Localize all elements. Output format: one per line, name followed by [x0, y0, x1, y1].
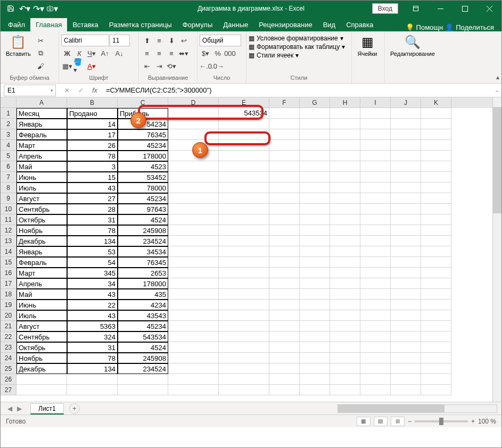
cell[interactable]	[421, 310, 451, 321]
cell[interactable]	[300, 257, 330, 268]
font-size-input[interactable]	[110, 35, 130, 46]
cell[interactable]	[330, 119, 360, 129]
cell[interactable]	[219, 385, 269, 395]
cell[interactable]	[391, 225, 421, 236]
cell[interactable]: 2653	[118, 268, 168, 278]
decrease-decimal-icon[interactable]: .0→	[212, 60, 224, 72]
cell[interactable]	[391, 172, 421, 182]
cell[interactable]: 543534	[219, 108, 269, 119]
merge-icon[interactable]: ⬌▾	[178, 47, 190, 59]
cell[interactable]: Июль	[17, 182, 67, 193]
cell[interactable]: 43	[67, 289, 118, 300]
cell[interactable]: Август	[17, 193, 67, 204]
formula-input[interactable]	[103, 85, 492, 96]
cut-icon[interactable]: ✂	[35, 35, 47, 46]
cell[interactable]	[269, 331, 300, 342]
cell[interactable]	[330, 257, 360, 268]
cell[interactable]	[168, 236, 219, 246]
cell[interactable]	[300, 204, 330, 214]
row-header[interactable]: 12	[1, 225, 17, 236]
cell[interactable]	[330, 236, 360, 246]
indent-increase-icon[interactable]: ⇥	[153, 60, 165, 72]
orientation-icon[interactable]: ⟲▾	[166, 60, 177, 72]
cell[interactable]	[168, 225, 219, 236]
cell[interactable]	[391, 268, 421, 278]
cell[interactable]	[269, 321, 300, 331]
format-painter-icon[interactable]: 🖌	[35, 60, 47, 72]
row-header[interactable]: 10	[1, 204, 17, 214]
cell[interactable]	[168, 331, 219, 342]
align-center-icon[interactable]: ≡	[153, 47, 165, 59]
maximize-icon[interactable]	[452, 1, 477, 16]
cell[interactable]	[219, 268, 269, 278]
cell[interactable]	[330, 246, 360, 257]
cell[interactable]	[219, 151, 269, 161]
cell[interactable]	[269, 161, 300, 172]
editing-button[interactable]: 🔍Редактирование	[387, 32, 438, 58]
cell[interactable]	[391, 161, 421, 172]
cell[interactable]: Сентябрь	[17, 204, 67, 214]
cell[interactable]	[168, 300, 219, 310]
tab-review[interactable]: Рецензирование	[253, 18, 317, 31]
cell[interactable]	[391, 129, 421, 140]
copy-icon[interactable]: ⧉	[35, 47, 47, 59]
cell[interactable]: 26	[67, 140, 118, 151]
cell[interactable]	[168, 353, 219, 363]
cell[interactable]: Апрель	[17, 151, 67, 161]
cell[interactable]	[330, 353, 360, 363]
cell[interactable]: 78000	[118, 182, 168, 193]
cell[interactable]	[219, 321, 269, 331]
fx-icon[interactable]: fx	[89, 85, 101, 96]
cell[interactable]	[300, 119, 330, 129]
cell[interactable]	[67, 385, 118, 395]
cell[interactable]	[300, 310, 330, 321]
column-header[interactable]: H	[330, 97, 360, 108]
cell[interactable]	[391, 246, 421, 257]
wrap-text-icon[interactable]: ↩	[178, 35, 190, 46]
cell[interactable]	[421, 321, 451, 331]
cell[interactable]: 234524	[118, 363, 168, 374]
italic-icon[interactable]: К	[73, 47, 85, 59]
align-middle-icon[interactable]: ≡	[153, 35, 165, 46]
cell[interactable]	[360, 119, 391, 129]
cell[interactable]	[421, 289, 451, 300]
cell[interactable]	[269, 193, 300, 204]
tab-insert[interactable]: Вставка	[67, 18, 103, 31]
cell[interactable]	[330, 193, 360, 204]
cell[interactable]	[421, 182, 451, 193]
row-header[interactable]: 11	[1, 214, 17, 225]
cell[interactable]	[360, 225, 391, 236]
cell[interactable]: Май	[17, 161, 67, 172]
decrease-font-icon[interactable]: A↓	[112, 47, 126, 59]
zoom-in-icon[interactable]: +	[471, 418, 475, 425]
cell[interactable]	[300, 225, 330, 236]
cell[interactable]: Январь	[17, 119, 67, 129]
cell[interactable]: 78	[67, 151, 118, 161]
cell[interactable]: 45234	[118, 140, 168, 151]
row-header[interactable]: 19	[1, 300, 17, 310]
row-header[interactable]: 25	[1, 363, 17, 374]
align-top-icon[interactable]: ⬆	[141, 35, 153, 46]
cell[interactable]	[421, 374, 451, 385]
cell[interactable]: 31	[67, 214, 118, 225]
cell[interactable]	[421, 161, 451, 172]
cell[interactable]: 17	[67, 129, 118, 140]
cell[interactable]: 4524	[118, 342, 168, 353]
cell[interactable]	[391, 257, 421, 268]
cell[interactable]	[360, 257, 391, 268]
cell[interactable]	[269, 268, 300, 278]
cell[interactable]	[269, 151, 300, 161]
cell[interactable]	[421, 140, 451, 151]
cell[interactable]: 4523	[118, 161, 168, 172]
cell[interactable]	[17, 385, 67, 395]
cell[interactable]	[269, 363, 300, 374]
indent-decrease-icon[interactable]: ⇤	[141, 60, 153, 72]
cell[interactable]	[360, 310, 391, 321]
cell[interactable]: 53	[67, 246, 118, 257]
cell[interactable]	[330, 161, 360, 172]
cell[interactable]	[219, 300, 269, 310]
cell[interactable]	[391, 385, 421, 395]
cell[interactable]: 178000	[118, 151, 168, 161]
cell[interactable]: Октябрь	[17, 214, 67, 225]
cell[interactable]	[168, 363, 219, 374]
